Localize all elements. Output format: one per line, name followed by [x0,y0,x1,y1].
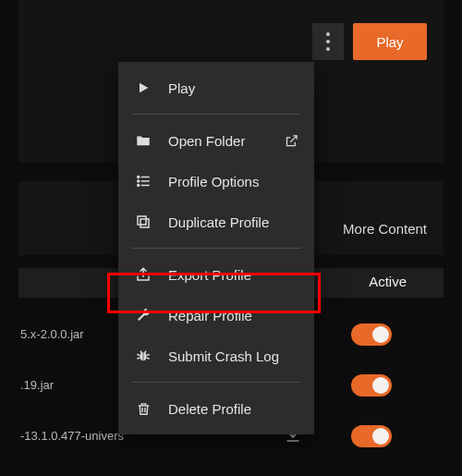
more-options-button[interactable] [312,23,344,60]
trash-icon [133,398,153,419]
menu-delete-profile[interactable]: Delete Profile [118,388,314,429]
tab-more-content-label: More Content [343,221,427,237]
menu-export-profile[interactable]: Export Profile [118,254,314,295]
svg-line-10 [137,355,140,356]
menu-label: Submit Crash Log [168,348,299,364]
column-active-header: Active [369,274,407,289]
bug-icon [133,346,153,366]
play-icon [133,78,153,98]
tab-more-content[interactable]: More Content [343,221,427,237]
menu-label: Duplicate Profile [168,214,299,230]
menu-divider [131,248,301,249]
external-link-icon [283,132,299,149]
menu-repair-profile[interactable]: Repair Profile [118,295,314,336]
svg-line-12 [147,355,150,356]
menu-label: Open Folder [168,133,283,149]
svg-line-15 [145,351,147,353]
menu-label: Delete Profile [168,401,299,417]
export-icon [133,264,153,285]
folder-icon [133,130,153,151]
menu-label: Repair Profile [168,308,299,323]
active-toggle[interactable] [351,323,392,346]
play-button-label: Play [376,34,403,50]
svg-line-11 [137,358,140,359]
menu-play[interactable]: Play [118,67,314,108]
mod-file-name: 5.x-2.0.0.jar [20,327,84,341]
menu-profile-options[interactable]: Profile Options [118,161,314,201]
svg-rect-7 [138,216,146,225]
menu-divider [131,114,301,115]
menu-label: Profile Options [168,174,299,189]
list-icon [133,171,153,191]
profile-context-menu: Play Open Folder Profile Opti [118,62,314,434]
menu-divider [131,382,301,383]
menu-label: Export Profile [168,267,299,283]
menu-open-folder[interactable]: Open Folder [118,120,314,161]
copy-icon [133,212,153,232]
menu-duplicate-profile[interactable]: Duplicate Profile [118,201,314,242]
kebab-icon [326,31,330,53]
play-button[interactable]: Play [353,23,427,60]
svg-rect-6 [140,219,149,227]
svg-line-14 [140,351,142,353]
mod-file-name: .19.jar [20,378,54,392]
svg-point-2 [138,180,140,182]
svg-point-4 [138,185,140,187]
menu-submit-crash-log[interactable]: Submit Crash Log [118,336,314,376]
menu-label: Play [168,80,299,96]
active-toggle[interactable] [351,374,392,397]
active-toggle[interactable] [351,425,392,447]
wrench-icon [133,305,153,325]
svg-point-0 [138,177,140,178]
svg-line-13 [147,358,150,359]
mod-file-name: -13.1.0.477-univers [20,429,124,443]
